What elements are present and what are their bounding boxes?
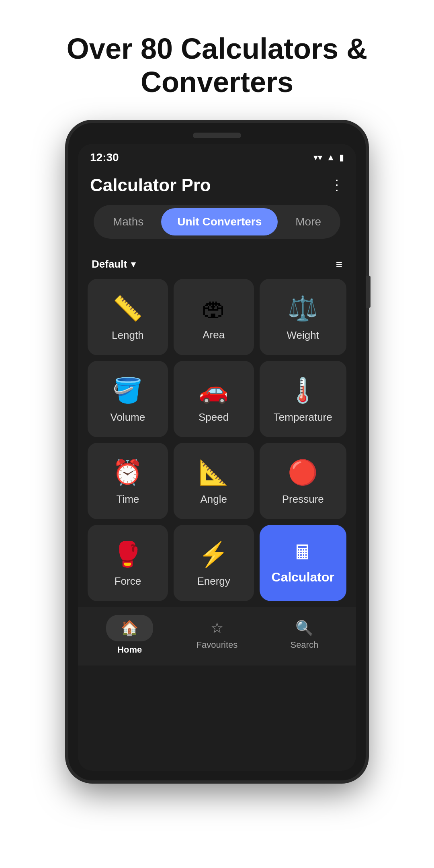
phone-speaker	[193, 133, 241, 138]
status-icons: ▾▾ ▲ ▮	[313, 152, 344, 163]
phone-notch	[78, 133, 356, 138]
tab-bar: Maths Unit Converters More	[78, 205, 356, 250]
weight-label: Weight	[287, 329, 319, 342]
temperature-label: Temperature	[274, 411, 332, 424]
length-label: Length	[112, 329, 144, 342]
area-label: Area	[203, 329, 225, 341]
force-label: Force	[115, 575, 141, 588]
phone-screen: 12:30 ▾▾ ▲ ▮ Calculator Pro ⋮ Maths Unit…	[78, 144, 356, 771]
energy-icon: ⚡	[199, 540, 229, 569]
bottom-nav: 🏠 Home ☆ Favourites 🔍 Search	[78, 607, 356, 665]
grid-item-speed[interactable]: 🚗 Speed	[174, 361, 254, 437]
app-header: Calculator Pro ⋮	[78, 169, 356, 205]
phone-mockup: 12:30 ▾▾ ▲ ▮ Calculator Pro ⋮ Maths Unit…	[68, 123, 366, 780]
calculator-fab[interactable]: 🖩 Calculator	[260, 525, 346, 601]
temperature-icon: 🌡️	[288, 376, 318, 405]
grid-item-pressure[interactable]: 🔴 Pressure	[260, 443, 346, 519]
grid-item-area[interactable]: 🏟 Area	[174, 279, 254, 355]
status-bar: 12:30 ▾▾ ▲ ▮	[78, 144, 356, 169]
status-time: 12:30	[90, 151, 119, 164]
content-area: Default ▾ ≡ 📏 Length 🏟 Area	[78, 250, 356, 601]
force-icon: 🥊	[113, 540, 143, 569]
grid-item-angle[interactable]: 📐 Angle	[174, 443, 254, 519]
grid-item-temperature[interactable]: 🌡️ Temperature	[260, 361, 346, 437]
tab-more[interactable]: More	[279, 208, 337, 235]
pressure-label: Pressure	[282, 493, 324, 506]
app-title: Calculator Pro	[90, 175, 211, 195]
angle-label: Angle	[200, 493, 227, 506]
grid-item-energy[interactable]: ⚡ Energy	[174, 525, 254, 601]
nav-search[interactable]: 🔍 Search	[276, 620, 332, 650]
nav-home-label: Home	[117, 645, 142, 655]
wifi-icon: ▾▾	[313, 152, 322, 163]
nav-favourites-label: Favourites	[197, 640, 238, 650]
chevron-down-icon: ▾	[131, 259, 135, 270]
tab-maths[interactable]: Maths	[97, 208, 160, 235]
battery-icon: ▮	[339, 152, 344, 163]
angle-icon: 📐	[199, 458, 229, 487]
hero-title: Over 80 Calculators & Converters	[0, 0, 434, 123]
hero-section: Over 80 Calculators & Converters	[0, 0, 434, 123]
speed-label: Speed	[199, 411, 229, 424]
pressure-icon: 🔴	[288, 458, 318, 487]
filter-label: Default	[92, 258, 127, 270]
tab-container: Maths Unit Converters More	[94, 205, 340, 239]
nav-favourites[interactable]: ☆ Favourites	[189, 620, 245, 650]
calculator-icon: 🖩	[293, 541, 313, 564]
fab-label: Calculator	[272, 570, 334, 585]
nav-home-bg: 🏠	[106, 615, 153, 641]
grid-item-weight[interactable]: ⚖️ Weight	[260, 279, 346, 355]
tab-unit-converters[interactable]: Unit Converters	[161, 208, 278, 235]
home-icon: 🏠	[121, 620, 139, 636]
nav-search-label: Search	[290, 640, 318, 650]
grid-item-length[interactable]: 📏 Length	[88, 279, 168, 355]
volume-icon: 🪣	[113, 376, 143, 405]
more-menu-button[interactable]: ⋮	[330, 177, 344, 194]
search-icon: 🔍	[295, 620, 313, 637]
converter-grid: 📏 Length 🏟 Area ⚖️ Weight 🪣 Volume	[86, 279, 348, 601]
list-view-icon[interactable]: ≡	[336, 258, 342, 271]
signal-icon: ▲	[326, 152, 335, 163]
nav-home[interactable]: 🏠 Home	[102, 615, 158, 655]
favourites-icon: ☆	[211, 620, 223, 637]
speed-icon: 🚗	[199, 376, 229, 405]
grid-item-volume[interactable]: 🪣 Volume	[88, 361, 168, 437]
side-button	[366, 276, 371, 308]
grid-item-time[interactable]: ⏰ Time	[88, 443, 168, 519]
filter-row: Default ▾ ≡	[86, 254, 348, 279]
area-icon: 🏟	[202, 295, 226, 322]
time-label: Time	[116, 493, 139, 506]
time-icon: ⏰	[113, 458, 143, 487]
volume-label: Volume	[111, 411, 145, 424]
energy-label: Energy	[197, 575, 230, 588]
length-icon: 📏	[113, 294, 143, 323]
grid-item-force[interactable]: 🥊 Force	[88, 525, 168, 601]
filter-dropdown[interactable]: Default ▾	[92, 258, 135, 270]
weight-icon: ⚖️	[288, 294, 318, 323]
